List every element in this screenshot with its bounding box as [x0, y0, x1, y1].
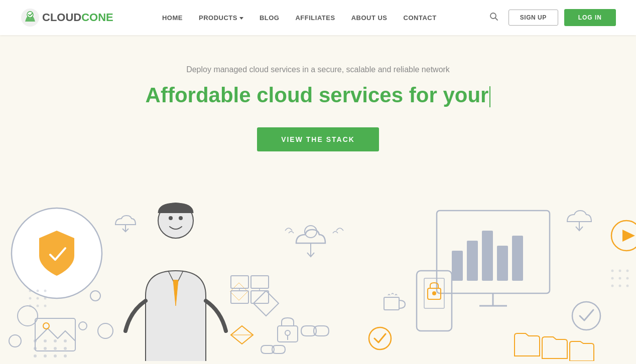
svg-point-71 — [611, 277, 614, 280]
svg-point-73 — [626, 277, 629, 280]
svg-point-24 — [179, 216, 183, 220]
signup-button[interactable]: SIGN UP — [508, 10, 558, 26]
svg-line-79 — [242, 326, 253, 335]
nav-actions: SIGN UP LOG IN — [485, 9, 616, 26]
svg-point-10 — [34, 354, 37, 357]
svg-rect-40 — [231, 291, 248, 303]
svg-point-69 — [619, 270, 621, 272]
products-dropdown-icon — [239, 17, 243, 20]
svg-point-7 — [79, 322, 87, 330]
svg-point-32 — [44, 297, 47, 300]
svg-marker-65 — [622, 230, 635, 242]
nav-products[interactable]: PRODUCTS — [199, 14, 243, 22]
nav-contact[interactable]: CONTACT — [404, 14, 437, 22]
svg-point-28 — [37, 290, 39, 292]
svg-rect-53 — [497, 246, 508, 281]
svg-point-76 — [626, 285, 629, 287]
svg-rect-52 — [482, 231, 493, 281]
svg-rect-39 — [251, 276, 269, 288]
logo-link[interactable]: CLOUDCONE — [20, 8, 113, 28]
nav-blog[interactable]: BLOG — [260, 14, 280, 22]
svg-point-35 — [44, 305, 47, 307]
svg-point-19 — [44, 339, 47, 342]
svg-point-74 — [611, 285, 614, 287]
cursor — [489, 86, 490, 107]
login-button[interactable]: LOG IN — [564, 9, 616, 26]
svg-rect-54 — [512, 236, 523, 281]
svg-point-23 — [169, 216, 173, 220]
svg-marker-37 — [230, 283, 248, 300]
view-stack-button[interactable]: VIEW THE STACK — [257, 127, 379, 151]
nav-affiliates[interactable]: AFFILIATES — [295, 14, 335, 22]
svg-point-72 — [619, 277, 621, 280]
nav-home[interactable]: HOME — [162, 14, 183, 22]
logo-text: CLOUDCONE — [42, 11, 113, 24]
hero-subtitle: Deploy managed cloud services in a secur… — [10, 65, 626, 74]
svg-line-80 — [231, 326, 242, 335]
svg-point-1 — [27, 12, 33, 18]
svg-point-60 — [432, 291, 436, 295]
search-icon[interactable] — [485, 10, 502, 25]
nav-links: HOME PRODUCTS BLOG AFFILIATES ABOUT US C… — [162, 13, 437, 22]
hero-illustration — [0, 170, 636, 361]
svg-point-6 — [90, 291, 100, 301]
svg-point-16 — [54, 347, 57, 350]
svg-point-30 — [29, 297, 32, 300]
svg-point-62 — [369, 327, 391, 349]
svg-point-8 — [98, 323, 113, 338]
svg-point-11 — [44, 354, 47, 357]
logo-icon — [20, 8, 40, 28]
svg-point-27 — [29, 290, 32, 292]
svg-point-26 — [43, 323, 49, 329]
svg-rect-50 — [452, 251, 463, 281]
navbar: CLOUDCONE HOME PRODUCTS BLOG AFFILIATES … — [0, 0, 636, 35]
svg-point-34 — [37, 305, 39, 307]
svg-point-13 — [64, 354, 67, 357]
svg-point-20 — [54, 339, 57, 342]
svg-point-12 — [54, 354, 57, 357]
svg-point-68 — [611, 270, 614, 272]
svg-point-70 — [626, 270, 629, 272]
svg-rect-38 — [231, 276, 248, 288]
svg-point-47 — [285, 330, 290, 335]
svg-point-29 — [44, 290, 47, 292]
svg-point-31 — [37, 297, 39, 300]
svg-rect-57 — [417, 271, 452, 331]
svg-point-33 — [29, 305, 32, 307]
svg-point-5 — [9, 335, 21, 347]
svg-point-75 — [619, 285, 621, 287]
svg-rect-66 — [384, 297, 399, 310]
nav-about[interactable]: ABOUT US — [351, 14, 388, 22]
svg-point-2 — [490, 13, 496, 19]
svg-point-63 — [572, 302, 600, 330]
svg-point-17 — [64, 347, 67, 350]
svg-point-21 — [64, 339, 67, 342]
hero-title: Affordable cloud services for your — [10, 83, 626, 107]
svg-point-15 — [44, 347, 47, 350]
svg-rect-51 — [467, 241, 478, 281]
hero-section: Deploy managed cloud services in a secur… — [0, 35, 636, 361]
